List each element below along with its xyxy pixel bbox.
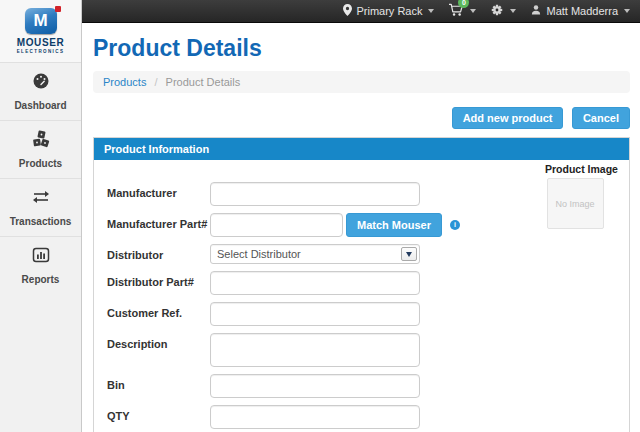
logo-subtitle: ELECTRONICS xyxy=(0,49,81,54)
sidebar-item-label: Dashboard xyxy=(14,100,66,111)
user-name-label: Matt Madderra xyxy=(546,5,618,17)
user-avatar-icon xyxy=(530,4,542,18)
field-label: Customer Ref. xyxy=(107,302,210,326)
sidebar-item-dashboard[interactable]: Dashboard xyxy=(0,62,81,120)
cart-dropdown[interactable]: 0 xyxy=(448,3,476,19)
sidebar-item-label: Transactions xyxy=(10,216,72,227)
qty-input[interactable] xyxy=(210,405,420,429)
product-image-label: Product Image xyxy=(545,163,605,175)
form-row-bin: Bin xyxy=(107,374,629,398)
sidebar-item-transactions[interactable]: Transactions xyxy=(0,178,81,236)
mouser-logo-monogram: M xyxy=(25,8,57,34)
product-image-section: Product Image No Image xyxy=(545,163,605,229)
breadcrumb: Products / Product Details xyxy=(93,71,630,93)
mouser-logo[interactable]: M MOUSER ELECTRONICS xyxy=(0,0,81,62)
form-row-qty: QTY xyxy=(107,405,629,429)
breadcrumb-separator: / xyxy=(154,76,157,88)
field-label: Description xyxy=(107,333,210,367)
gear-icon xyxy=(490,3,504,19)
page-actions: Add new product Cancel xyxy=(93,107,630,129)
panel-body: Product Image No Image Manufacturer Manu… xyxy=(94,160,629,432)
manufacturer-input[interactable] xyxy=(210,182,420,206)
chevron-down-icon xyxy=(470,9,476,13)
top-bar: Primary Rack 0 Matt Madderra xyxy=(82,0,640,23)
cancel-button[interactable]: Cancel xyxy=(572,107,630,129)
logo-red-square xyxy=(55,6,61,12)
field-label: Distributor xyxy=(107,244,210,264)
sidebar-item-label: Reports xyxy=(22,274,60,285)
page-title: Product Details xyxy=(93,35,630,62)
description-textarea[interactable] xyxy=(210,333,420,367)
field-label: Manufacturer Part# xyxy=(107,213,210,237)
form-row-customer-ref: Customer Ref. xyxy=(107,302,629,326)
form-row-distributor: Distributor Select Distributor xyxy=(107,244,629,264)
field-label: Manufacturer xyxy=(107,182,210,206)
logo-m: M xyxy=(33,11,47,30)
cart-count-badge: 0 xyxy=(458,0,469,8)
distributor-select[interactable]: Select Distributor xyxy=(210,244,420,264)
chevron-down-icon xyxy=(624,9,630,13)
info-icon[interactable]: i xyxy=(450,220,460,230)
products-boxes-icon xyxy=(0,129,81,149)
breadcrumb-current: Product Details xyxy=(166,76,241,88)
match-mouser-button[interactable]: Match Mouser xyxy=(346,213,442,237)
add-new-product-button[interactable]: Add new product xyxy=(452,107,564,129)
sidebar: M MOUSER ELECTRONICS Dashboard Products … xyxy=(0,0,82,432)
breadcrumb-link-products[interactable]: Products xyxy=(103,76,146,88)
cart-icon: 0 xyxy=(448,3,464,19)
customer-ref-input[interactable] xyxy=(210,302,420,326)
chevron-down-icon xyxy=(428,9,434,13)
main-content: Product Details Products / Product Detai… xyxy=(83,24,640,432)
location-pin-icon xyxy=(343,4,352,18)
chevron-down-icon xyxy=(510,9,516,13)
product-image-placeholder: No Image xyxy=(547,178,604,229)
manufacturer-part-input[interactable] xyxy=(210,213,343,237)
sidebar-item-label: Products xyxy=(19,158,62,169)
app-window: M MOUSER ELECTRONICS Dashboard Products … xyxy=(0,0,640,432)
form-row-description: Description xyxy=(107,333,629,367)
field-label: Distributor Part# xyxy=(107,271,210,295)
settings-dropdown[interactable] xyxy=(490,3,516,19)
location-dropdown[interactable]: Primary Rack xyxy=(343,4,434,18)
location-label: Primary Rack xyxy=(356,5,422,17)
transactions-arrows-icon xyxy=(0,187,81,207)
form-row-distributor-part: Distributor Part# xyxy=(107,271,629,295)
bin-input[interactable] xyxy=(210,374,420,398)
sidebar-item-products[interactable]: Products xyxy=(0,120,81,178)
distributor-part-input[interactable] xyxy=(210,271,420,295)
field-label: Bin xyxy=(107,374,210,398)
panel-header: Product Information xyxy=(94,138,629,160)
field-label: QTY xyxy=(107,405,210,429)
dashboard-gauge-icon xyxy=(0,71,81,91)
reports-chart-icon xyxy=(0,245,81,265)
logo-name: MOUSER xyxy=(0,37,81,48)
product-information-panel: Product Information Product Image No Ima… xyxy=(93,137,630,432)
sidebar-item-reports[interactable]: Reports xyxy=(0,236,81,294)
select-dropdown-arrow-icon xyxy=(401,247,417,261)
user-menu[interactable]: Matt Madderra xyxy=(530,4,630,18)
no-image-text: No Image xyxy=(555,199,594,209)
distributor-selected-value: Select Distributor xyxy=(217,248,301,260)
